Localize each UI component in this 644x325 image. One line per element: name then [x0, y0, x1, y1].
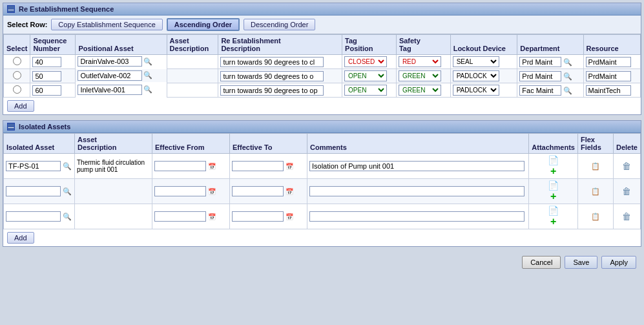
- seq-number-input[interactable]: [32, 71, 61, 81]
- flex-fields-icon[interactable]: 📋: [591, 213, 600, 221]
- attachment-icon[interactable]: 📄: [548, 205, 559, 216]
- flex-fields-cell: 📋: [577, 204, 613, 229]
- select-radio[interactable]: [13, 57, 21, 65]
- re-est-desc-input[interactable]: [220, 71, 324, 81]
- ascending-order-btn[interactable]: Ascending Order: [167, 18, 240, 31]
- isolated-asset-input[interactable]: [6, 211, 61, 222]
- department-input[interactable]: [519, 57, 561, 67]
- safety-tag-select[interactable]: RED GREEN YELLOW: [399, 85, 441, 96]
- section-title: Re Establishment Sequence: [19, 5, 114, 13]
- effective-from-calendar-icon[interactable]: 📅: [208, 163, 216, 170]
- col-isolated-asset-desc: AssetDescription: [75, 134, 152, 154]
- effective-from-calendar-icon[interactable]: 📅: [208, 213, 216, 220]
- resource-input[interactable]: [586, 85, 631, 96]
- resource-cell: [583, 69, 640, 83]
- seq-number-input[interactable]: [32, 85, 61, 96]
- isolated-add-btn[interactable]: Add: [7, 232, 34, 244]
- effective-to-cell: 📅: [230, 204, 307, 229]
- attachment-icon[interactable]: 📄: [548, 155, 559, 165]
- department-search-icon[interactable]: 🔍: [563, 58, 572, 67]
- comments-input[interactable]: [309, 211, 525, 222]
- isolated-asset-cell: 🔍: [4, 179, 75, 204]
- effective-to-calendar-icon[interactable]: 📅: [286, 163, 293, 170]
- department-search-icon[interactable]: 🔍: [563, 72, 572, 81]
- copy-establishment-btn[interactable]: Copy Establishment Sequence: [51, 19, 162, 30]
- effective-from-calendar-icon[interactable]: 📅: [208, 188, 216, 195]
- re-est-desc-input[interactable]: [220, 57, 324, 67]
- col-seq-number: SequenceNumber: [30, 35, 76, 55]
- save-button[interactable]: Save: [565, 256, 597, 269]
- col-positional-asset: Positional Asset: [76, 35, 167, 55]
- effective-from-cell: 📅: [152, 154, 230, 179]
- delete-icon[interactable]: 🗑: [622, 211, 631, 222]
- attachments-cell: 📄 +: [529, 204, 578, 229]
- tag-pos-select[interactable]: CLOSED OPEN: [344, 56, 387, 67]
- isolated-asset-search-icon[interactable]: 🔍: [63, 213, 72, 221]
- resource-input[interactable]: [586, 71, 631, 81]
- effective-to-input[interactable]: [232, 211, 284, 222]
- isolated-asset-desc-cell: Thermic fluid circulation pump unit 001: [75, 154, 152, 179]
- sequence-add-btn[interactable]: Add: [7, 100, 34, 112]
- flex-fields-icon[interactable]: 📋: [591, 187, 600, 196]
- effective-from-input[interactable]: [154, 161, 206, 171]
- positional-asset-search-icon[interactable]: 🔍: [143, 71, 152, 79]
- lockout-device-select[interactable]: SEAL PADLOCK HASP: [453, 70, 499, 81]
- effective-to-input[interactable]: [232, 186, 284, 196]
- effective-to-calendar-icon[interactable]: 📅: [286, 213, 293, 220]
- seq-number-input[interactable]: [32, 57, 61, 67]
- add-attachment-btn[interactable]: +: [531, 191, 576, 202]
- seq-number-cell: [30, 83, 76, 98]
- comments-input[interactable]: [309, 186, 525, 196]
- tag-pos-select[interactable]: CLOSED OPEN: [344, 70, 387, 81]
- col-tag-position: TagPosition: [342, 35, 397, 55]
- effective-to-input[interactable]: [232, 161, 284, 171]
- cancel-button[interactable]: Cancel: [522, 256, 561, 269]
- apply-button[interactable]: Apply: [601, 256, 636, 269]
- add-attachment-btn[interactable]: +: [531, 165, 576, 177]
- re-est-desc-cell: [218, 69, 342, 83]
- select-radio-cell: [4, 83, 30, 98]
- positional-asset-input[interactable]: [78, 85, 142, 95]
- select-radio[interactable]: [13, 85, 21, 94]
- resource-input[interactable]: [586, 57, 631, 67]
- flex-fields-icon[interactable]: 📋: [591, 162, 600, 171]
- re-est-desc-cell: [218, 55, 342, 69]
- isolated-assets-header: — Isolated Assets: [3, 121, 641, 133]
- effective-from-input[interactable]: [154, 211, 206, 222]
- positional-asset-input[interactable]: [78, 70, 142, 81]
- descending-order-btn[interactable]: Descending Order: [244, 19, 315, 30]
- lockout-device-cell: SEAL PADLOCK HASP: [450, 55, 517, 69]
- isolated-asset-search-icon[interactable]: 🔍: [63, 162, 72, 171]
- re-est-desc-input[interactable]: [220, 85, 324, 96]
- isolated-table: Isolated Asset AssetDescription Effectiv…: [3, 133, 641, 229]
- lockout-device-select[interactable]: SEAL PADLOCK HASP: [453, 85, 499, 96]
- department-input[interactable]: [519, 71, 561, 81]
- department-search-icon[interactable]: 🔍: [563, 87, 572, 95]
- lockout-device-cell: SEAL PADLOCK HASP: [450, 69, 517, 83]
- comments-input[interactable]: [309, 161, 525, 171]
- add-attachment-btn[interactable]: +: [531, 216, 576, 227]
- attachment-icon[interactable]: 📄: [548, 180, 559, 191]
- lockout-device-select[interactable]: SEAL PADLOCK HASP: [453, 56, 499, 67]
- positional-asset-search-icon[interactable]: 🔍: [143, 85, 152, 94]
- department-input[interactable]: [519, 85, 561, 96]
- effective-to-calendar-icon[interactable]: 📅: [286, 188, 293, 195]
- isolated-asset-input[interactable]: [6, 186, 61, 196]
- collapse-icon[interactable]: —: [7, 5, 15, 13]
- tag-pos-select[interactable]: CLOSED OPEN: [344, 85, 387, 96]
- positional-asset-input[interactable]: [78, 56, 142, 67]
- effective-from-input[interactable]: [154, 186, 206, 196]
- safety-tag-select[interactable]: RED GREEN YELLOW: [399, 56, 441, 67]
- safety-tag-select[interactable]: RED GREEN YELLOW: [399, 70, 441, 81]
- attachments-cell: 📄 +: [529, 154, 578, 179]
- delete-icon[interactable]: 🗑: [622, 186, 631, 196]
- isolated-asset-input[interactable]: [6, 161, 61, 171]
- isolated-section-title: Isolated Assets: [19, 123, 70, 131]
- flex-fields-cell: 📋: [577, 154, 613, 179]
- lockout-device-cell: SEAL PADLOCK HASP: [450, 83, 517, 98]
- isolated-collapse-icon[interactable]: —: [7, 123, 15, 131]
- positional-asset-search-icon[interactable]: 🔍: [143, 58, 152, 66]
- delete-icon[interactable]: 🗑: [622, 161, 631, 171]
- select-radio[interactable]: [13, 71, 21, 79]
- isolated-asset-search-icon[interactable]: 🔍: [63, 187, 72, 196]
